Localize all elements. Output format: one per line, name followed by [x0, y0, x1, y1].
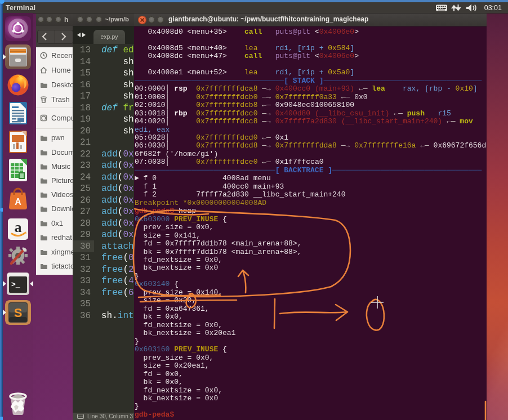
svg-text:a: a: [15, 219, 22, 235]
svg-text:A: A: [15, 197, 21, 207]
svg-text:>_: >_: [11, 280, 20, 289]
svg-text:S: S: [14, 306, 23, 320]
